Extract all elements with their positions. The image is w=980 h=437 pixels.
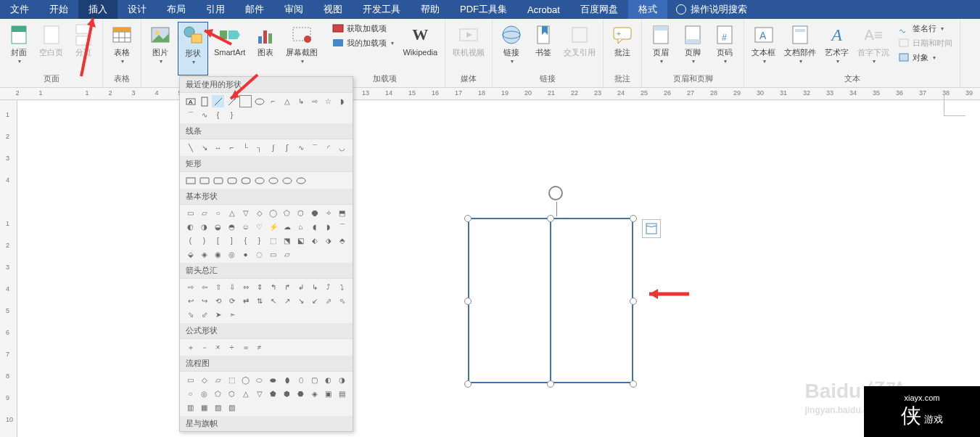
- shape-item[interactable]: ◇: [198, 374, 210, 386]
- tab-view[interactable]: 视图: [313, 0, 353, 19]
- resize-handle-s[interactable]: [547, 380, 554, 388]
- shape-item[interactable]: ↳: [308, 281, 321, 293]
- shape-item[interactable]: ⬀: [322, 295, 334, 307]
- shape-item[interactable]: [212, 174, 224, 187]
- shape-item[interactable]: ◎: [198, 388, 210, 400]
- shape-item[interactable]: ⇦: [198, 281, 210, 293]
- blank-page-button[interactable]: 空白页: [36, 22, 66, 73]
- shape-item[interactable]: ╲: [184, 142, 197, 154]
- shape-item[interactable]: ◈: [308, 388, 321, 400]
- tab-file[interactable]: 文件: [0, 0, 39, 19]
- shape-item[interactable]: ≠: [253, 341, 265, 354]
- shape-item[interactable]: [253, 174, 265, 187]
- shape-item[interactable]: [267, 174, 279, 187]
- shape-item[interactable]: ⬖: [308, 234, 321, 247]
- shape-item[interactable]: ⇅: [253, 295, 265, 307]
- shape-item[interactable]: [226, 174, 238, 187]
- shape-item[interactable]: ▽: [239, 207, 252, 219]
- shape-item[interactable]: ⇩: [226, 281, 238, 293]
- object-button[interactable]: 对象▾: [895, 51, 955, 64]
- tab-acrobat[interactable]: Acrobat: [517, 0, 570, 19]
- shape-item[interactable]: ◜: [322, 142, 334, 154]
- shape-item[interactable]: ⬚: [267, 234, 279, 247]
- shape-connector[interactable]: ⌐: [267, 95, 279, 107]
- resize-handle-n[interactable]: [547, 215, 554, 222]
- link-button[interactable]: 链接▾: [497, 22, 526, 73]
- shape-item[interactable]: ◐: [184, 221, 197, 233]
- get-addins-button[interactable]: 获取加载项: [329, 22, 397, 35]
- tab-baidu[interactable]: 百度网盘: [570, 0, 628, 19]
- comment-button[interactable]: + 批注: [608, 22, 637, 73]
- shape-elbow-arrow[interactable]: ↳: [295, 95, 307, 107]
- shape-item[interactable]: [184, 174, 197, 187]
- shape-item[interactable]: ●: [239, 248, 252, 261]
- shape-item[interactable]: ▱: [281, 248, 293, 261]
- smartart-button[interactable]: SmartArt: [211, 22, 248, 75]
- shape-item[interactable]: ×: [212, 341, 224, 354]
- resize-handle-se[interactable]: [630, 380, 637, 388]
- shape-item[interactable]: △: [239, 388, 252, 400]
- shape-item[interactable]: ⟳: [226, 295, 238, 307]
- shape-item[interactable]: ➤: [212, 309, 224, 321]
- shape-item[interactable]: ＋: [184, 341, 197, 354]
- shape-item[interactable]: ⬭: [253, 374, 265, 386]
- shape-item[interactable]: ⬃: [198, 309, 210, 321]
- footer-button[interactable]: 页脚▾: [678, 22, 707, 73]
- shape-item[interactable]: ▥: [184, 401, 197, 414]
- textbox-button[interactable]: A 文本框▾: [749, 22, 778, 73]
- shape-item[interactable]: ▨: [226, 401, 238, 414]
- shape-item[interactable]: ○: [212, 207, 224, 219]
- shape-item[interactable]: ⬬: [267, 374, 279, 386]
- shape-line-arrow[interactable]: [226, 95, 238, 107]
- shape-item[interactable]: ⇨: [184, 281, 197, 293]
- shape-item[interactable]: ○: [184, 388, 197, 400]
- tab-pdf[interactable]: PDF工具集: [450, 0, 517, 19]
- shape-item[interactable]: ⬯: [295, 374, 307, 386]
- quickparts-button[interactable]: 文档部件▾: [781, 22, 819, 73]
- shape-arc[interactable]: ⌒: [184, 109, 197, 121]
- shape-item[interactable]: ⌒: [308, 142, 321, 154]
- tab-developer[interactable]: 开发工具: [353, 0, 411, 19]
- shape-item[interactable]: [198, 174, 210, 187]
- shape-item[interactable]: ⬗: [322, 234, 334, 247]
- shape-item[interactable]: ⤵: [336, 281, 348, 293]
- shape-item[interactable]: ⇔: [239, 281, 252, 293]
- shape-item[interactable]: ⇕: [253, 281, 265, 293]
- shape-item[interactable]: ∿: [295, 142, 307, 154]
- tab-layout[interactable]: 布局: [157, 0, 196, 19]
- shape-curve[interactable]: ∿: [198, 109, 210, 121]
- shape-item[interactable]: △: [226, 207, 238, 219]
- shape-item[interactable]: ∫: [267, 142, 279, 154]
- chart-button[interactable]: 图表: [251, 22, 280, 75]
- signature-line-button[interactable]: 签名行▾: [895, 22, 955, 35]
- shape-item[interactable]: ↔: [212, 142, 224, 154]
- shapes-button[interactable]: 形状▾: [178, 22, 208, 75]
- shape-item[interactable]: }: [253, 234, 265, 247]
- shape-item[interactable]: ✧: [322, 207, 334, 219]
- shape-item[interactable]: ⬢: [281, 388, 293, 400]
- shape-rect[interactable]: [239, 95, 252, 107]
- pictures-button[interactable]: 图片▾: [146, 22, 175, 75]
- shape-d[interactable]: ◗: [336, 95, 348, 107]
- shape-item[interactable]: ◑: [198, 221, 210, 233]
- shape-item[interactable]: ⯃: [308, 207, 321, 219]
- shape-item[interactable]: ⇄: [239, 295, 252, 307]
- shape-item[interactable]: ▣: [322, 388, 334, 400]
- shape-item[interactable]: ÷: [226, 341, 238, 354]
- crossref-button[interactable]: 交叉引用: [561, 22, 598, 73]
- tab-mail[interactable]: 邮件: [235, 0, 274, 19]
- shape-item[interactable]: ◯: [267, 207, 279, 219]
- shape-item[interactable]: ⤴: [322, 281, 334, 293]
- tab-format[interactable]: 格式: [628, 0, 667, 19]
- shape-item[interactable]: ⬕: [295, 234, 307, 247]
- page-break-button[interactable]: 分页: [69, 22, 98, 73]
- shape-item[interactable]: ◡: [336, 142, 348, 154]
- rotate-handle[interactable]: [548, 186, 563, 200]
- shape-star[interactable]: ☆: [322, 95, 334, 107]
- resize-handle-e[interactable]: [630, 298, 637, 305]
- shape-item[interactable]: └: [239, 142, 252, 154]
- shape-item[interactable]: ʃ: [281, 142, 293, 154]
- shape-item[interactable]: ⬮: [281, 374, 293, 386]
- wikipedia-button[interactable]: W Wikipedia: [400, 22, 440, 73]
- shape-item[interactable]: ◐: [322, 374, 334, 386]
